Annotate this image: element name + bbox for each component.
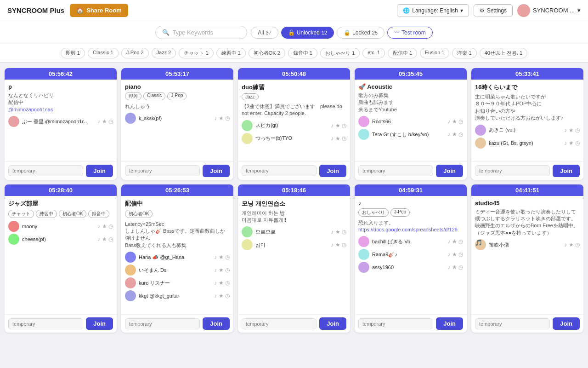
avatar xyxy=(125,252,136,263)
avatar xyxy=(358,129,369,140)
user-icons: ♪ ★ ◷ xyxy=(447,238,463,245)
room-body: duo練習 Jazz 【2曲で休憩】満員でございます please do not… xyxy=(238,80,350,148)
user-icons: ♪ ★ ◷ xyxy=(564,140,580,146)
join-button[interactable]: Join xyxy=(86,165,113,177)
user-name: assy1960 xyxy=(372,264,445,270)
room-user: Tera Gt (すこし b/key/vo) ♪ ★ ◷ xyxy=(358,129,463,140)
join-button[interactable]: Join xyxy=(86,317,113,330)
room-desc: なんとなくリハビリ配信中@mimozapooh1cas xyxy=(8,92,113,113)
room-card: 05:33:41 16時くらいまで 主に明菜ちゃん歌いたいですが８０〜９０年代 … xyxy=(471,68,583,180)
room-title: 🚀 Acoustic xyxy=(358,83,463,90)
room-password: temporary xyxy=(125,318,200,329)
cat-tag[interactable]: J-Pop 3 xyxy=(121,48,149,58)
cat-tag[interactable]: おしゃべり 1 xyxy=(320,48,360,58)
join-button[interactable]: Join xyxy=(553,317,580,330)
room-timer: 05:53:17 xyxy=(121,68,233,80)
cat-tag[interactable]: Jazz 2 xyxy=(152,48,176,58)
user-name: 섬마 xyxy=(255,242,328,248)
avatar xyxy=(125,277,136,288)
test-room-button[interactable]: 〰 Test room xyxy=(387,27,433,39)
user-name: ぶー 香里 @mimozapooh1c... xyxy=(22,118,95,125)
room-user: あきこ (vo.) ♪ ★ ◷ xyxy=(475,125,580,136)
room-user: moony ♪ ★ ◷ xyxy=(8,221,113,232)
cat-tag[interactable]: チャット 1 xyxy=(179,48,213,58)
avatar xyxy=(125,264,136,276)
room-timer: 05:33:41 xyxy=(471,68,583,80)
room-desc: 歌方のみ募集新曲も試みます来るまでYoutube xyxy=(358,92,463,113)
cat-tag[interactable]: Fusion 1 xyxy=(420,48,449,58)
tab-locked[interactable]: 🔒 Locked 25 xyxy=(337,27,384,39)
user-name: Rama9🎸♪ xyxy=(372,252,445,258)
user-name: いそまん Ds xyxy=(139,267,211,274)
room-tag: J-Pop xyxy=(390,208,410,217)
user-name: kkgt @kkgt_guitar xyxy=(139,293,211,299)
avatar xyxy=(8,234,19,245)
cat-tag[interactable]: 洋楽 1 xyxy=(452,48,476,58)
room-password: temporary xyxy=(475,165,550,176)
room-user: k_sksk(pf) ♪ ★ ◷ xyxy=(125,113,230,124)
room-body: 🚀 Acoustic 歌方のみ募集新曲も試みます来るまでYoutube Root… xyxy=(355,80,467,144)
room-users: 모르모르 ♪ ★ ◷ 섬마 ♪ ★ ◷ xyxy=(242,226,346,250)
room-footer: temporary Join xyxy=(5,314,117,333)
cat-tag[interactable]: etc. 1 xyxy=(362,48,385,58)
room-users: k_sksk(pf) ♪ ★ ◷ xyxy=(125,113,230,124)
share-room-button[interactable]: 🏠 Share Room xyxy=(70,4,128,17)
avatar: 🎵 xyxy=(475,239,486,250)
lock-icon: 🔒 xyxy=(344,29,351,36)
language-button[interactable]: 🌐 Language: English ▾ xyxy=(397,4,469,17)
room-password: temporary xyxy=(8,165,83,176)
join-button[interactable]: Join xyxy=(203,165,230,177)
room-card: 04:41:51 studio45 ミディー音源を使い歌ったり演奏したりして眠つ… xyxy=(471,184,583,333)
room-timer: 05:56:42 xyxy=(5,68,117,80)
room-users: 🎵 笛吹小僧 ♪ ★ ◷ xyxy=(475,239,580,250)
join-button[interactable]: Join xyxy=(436,165,463,177)
join-button[interactable]: Join xyxy=(203,317,230,330)
cat-tag[interactable]: 練習中 1 xyxy=(216,48,246,58)
user-name: あきこ (vo.) xyxy=(489,126,561,133)
room-user: つっちー(b)TYO ♪ ★ ◷ xyxy=(242,133,346,144)
user-icons: ♪ ★ ◷ xyxy=(97,223,113,230)
cat-tag[interactable]: Classic 1 xyxy=(88,48,119,58)
user-name: 笛吹小僧 xyxy=(489,242,561,248)
join-button[interactable]: Join xyxy=(553,165,580,177)
cat-tag[interactable]: 録音中 1 xyxy=(288,48,317,58)
avatar xyxy=(8,221,19,232)
room-footer: temporary Join xyxy=(121,161,233,180)
room-title: 16時くらいまで xyxy=(475,83,580,92)
user-name: スピカ(gt) xyxy=(255,122,328,129)
cat-tag[interactable]: 配信中 1 xyxy=(388,48,417,58)
tab-all[interactable]: All 37 xyxy=(251,27,278,39)
room-tag: おしゃべり xyxy=(358,208,389,217)
category-bar: 即興 1 Classic 1 J-Pop 3 Jazz 2 チャット 1 練習中… xyxy=(0,44,588,63)
room-tag: 即興 xyxy=(125,92,141,100)
user-menu[interactable]: SYNCROOM ... ▾ xyxy=(517,4,581,17)
settings-button[interactable]: ⚙ Settings xyxy=(474,4,513,17)
room-users: スピカ(gt) ♪ ★ ◷ つっちー(b)TYO ♪ ★ ◷ xyxy=(242,120,346,144)
tab-unlocked[interactable]: 🔓 Unlocked 12 xyxy=(281,27,334,39)
room-card: 05:18:46 모닝 개인연습소 개인레미이 하는 방마음대로 자유롭게!! … xyxy=(238,184,350,333)
cat-tag[interactable]: 初心者OK 2 xyxy=(249,48,285,58)
user-name: k_sksk(pf) xyxy=(139,115,211,121)
avatar xyxy=(358,116,369,127)
search-icon: 🔍 xyxy=(162,29,170,36)
room-body: studio45 ミディー音源を使い歌ったり演奏したりして眠つぶしするクラリネッ… xyxy=(471,196,583,259)
room-tag: Classic xyxy=(143,92,165,100)
join-button[interactable]: Join xyxy=(436,317,463,330)
avatar xyxy=(475,125,486,136)
room-tags: 初心者OK xyxy=(125,210,230,218)
share-icon: 🏠 xyxy=(76,7,84,14)
cat-tag[interactable]: 40せ以上 전용. 1 xyxy=(480,48,528,58)
join-button[interactable]: Join xyxy=(319,165,346,177)
join-button[interactable]: Join xyxy=(319,317,346,330)
room-timer: 05:35:45 xyxy=(355,68,467,80)
room-user: kuro リスナー ♪ ★ ◷ xyxy=(125,277,230,288)
search-box[interactable]: 🔍 Type Keywords xyxy=(155,26,247,39)
room-card: 05:35:45 🚀 Acoustic 歌方のみ募集新曲も試みます来るまでYou… xyxy=(355,68,467,180)
room-footer: temporary Join xyxy=(121,314,233,333)
user-icons: ♪ ★ ◷ xyxy=(447,131,463,138)
user-name: Roots66 xyxy=(372,119,445,124)
cat-tag[interactable]: 即興 1 xyxy=(61,48,85,58)
room-title: piano xyxy=(125,83,230,90)
room-user: ぶー 香里 @mimozapooh1c... ♪ ★ ◷ xyxy=(8,116,113,127)
room-timer: 05:28:40 xyxy=(5,184,117,196)
